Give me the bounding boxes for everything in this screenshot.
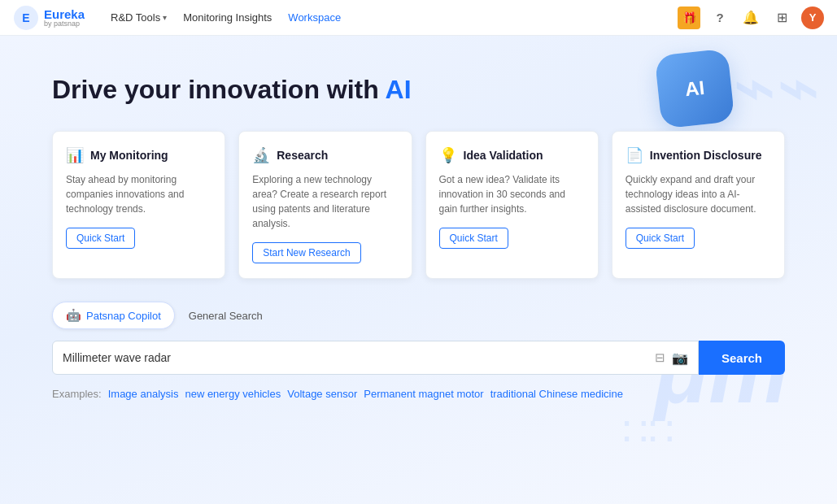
- hero-title: Drive your innovation with AI: [52, 75, 785, 105]
- copilot-icon: 🤖: [66, 308, 81, 323]
- nav-item-workspace[interactable]: Workspace: [281, 8, 347, 27]
- idea-title: Idea Validation: [464, 149, 543, 162]
- monitoring-icon: 📊: [66, 146, 84, 164]
- invention-desc: Quickly expand and draft your technology…: [626, 172, 771, 216]
- examples-label: Examples:: [52, 388, 102, 400]
- invention-quick-start[interactable]: Quick Start: [626, 228, 695, 249]
- feature-cards: 📊 My Monitoring Stay ahead by monitoring…: [52, 131, 785, 279]
- card-idea-validation[interactable]: 💡 Idea Validation Got a new idea? Valida…: [425, 131, 599, 279]
- research-icon: 🔬: [252, 146, 270, 164]
- monitoring-quick-start[interactable]: Quick Start: [66, 228, 135, 249]
- grid-icon: ⊞: [777, 10, 787, 25]
- search-input[interactable]: [63, 351, 655, 364]
- dots-deco: ∷∷: [622, 408, 674, 455]
- monitoring-title: My Monitoring: [90, 149, 168, 162]
- idea-quick-start[interactable]: Quick Start: [439, 228, 508, 249]
- gift-button[interactable]: 🎁: [678, 7, 700, 29]
- tab-patsnap-copilot[interactable]: 🤖 Patsnap Copilot: [52, 302, 175, 329]
- nav-item-rd-tools[interactable]: R&D Tools ▾: [104, 8, 173, 27]
- search-bar: ⊟ 📷 Search: [52, 341, 785, 375]
- nav-links: R&D Tools ▾ Monitoring Insights Workspac…: [104, 8, 658, 27]
- monitoring-desc: Stay ahead by monitoring companies innov…: [66, 172, 211, 216]
- nav-right: 🎁 ? 🔔 ⊞ Y: [678, 7, 824, 29]
- svg-text:E: E: [22, 11, 29, 24]
- grid-button[interactable]: ⊞: [770, 7, 793, 29]
- search-button[interactable]: Search: [699, 341, 785, 375]
- search-tabs: 🤖 Patsnap Copilot General Search: [52, 302, 785, 329]
- research-title: Research: [277, 149, 328, 162]
- invention-title: Invention Disclosure: [650, 149, 762, 162]
- research-desc: Exploring a new technology area? Create …: [252, 172, 398, 231]
- card-invention-disclosure[interactable]: 📄 Invention Disclosure Quickly expand an…: [612, 131, 785, 279]
- chevron-down-icon: ▾: [163, 13, 167, 22]
- example-new-energy[interactable]: new energy vehicles: [185, 388, 281, 400]
- logo-eureka-text: Eureka: [44, 8, 85, 20]
- example-voltage-sensor[interactable]: Voltage sensor: [287, 388, 357, 400]
- logo-sub-text: by patsnap: [44, 20, 85, 28]
- nav-item-monitoring[interactable]: Monitoring Insights: [177, 8, 278, 27]
- idea-icon: 💡: [439, 146, 457, 164]
- gift-icon: 🎁: [682, 11, 696, 24]
- help-button[interactable]: ?: [708, 7, 731, 29]
- example-chinese-medicine[interactable]: traditional Chinese medicine: [490, 388, 623, 400]
- card-my-monitoring[interactable]: 📊 My Monitoring Stay ahead by monitoring…: [52, 131, 225, 279]
- bell-icon: 🔔: [743, 10, 759, 25]
- help-icon: ?: [716, 11, 723, 24]
- eureka-logo-icon: E: [13, 5, 39, 31]
- tab-general-search[interactable]: General Search: [175, 302, 277, 329]
- example-image-analysis[interactable]: Image analysis: [108, 388, 179, 400]
- examples-bar: Examples: Image analysis new energy vehi…: [52, 388, 785, 400]
- card-research[interactable]: 🔬 Research Exploring a new technology ar…: [238, 131, 412, 279]
- invention-icon: 📄: [626, 146, 643, 164]
- search-tools: ⊟ 📷: [655, 350, 688, 366]
- camera-icon[interactable]: 📷: [672, 350, 688, 366]
- example-permanent-magnet[interactable]: Permanent magnet motor: [364, 388, 483, 400]
- filter-icon[interactable]: ⊟: [655, 350, 665, 365]
- bell-button[interactable]: 🔔: [739, 7, 762, 29]
- research-start-btn[interactable]: Start New Research: [252, 242, 360, 263]
- navbar: E Eureka by patsnap R&D Tools ▾ Monitori…: [0, 0, 837, 36]
- logo[interactable]: E Eureka by patsnap: [13, 5, 85, 31]
- search-input-container: ⊟ 📷: [52, 341, 699, 375]
- main-content: AI ⌁⌁ μm ∷∷ Drive your innovation with A…: [0, 36, 837, 504]
- idea-desc: Got a new idea? Validate its innovation …: [439, 172, 585, 216]
- avatar[interactable]: Y: [801, 7, 824, 29]
